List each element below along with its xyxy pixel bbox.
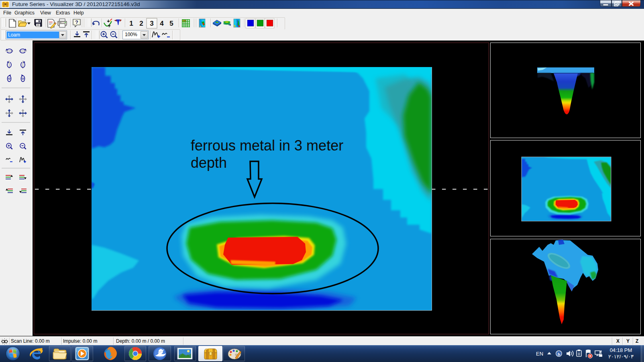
svg-text:3: 3 (150, 20, 153, 27)
svg-text:b: b (558, 352, 560, 356)
svg-text:EN: EN (536, 351, 543, 357)
svg-text:1: 1 (129, 20, 133, 27)
svg-text:5: 5 (169, 20, 173, 27)
svg-text:2: 2 (139, 20, 143, 27)
svg-text:?: ? (75, 19, 78, 25)
svg-text:4: 4 (160, 20, 164, 27)
